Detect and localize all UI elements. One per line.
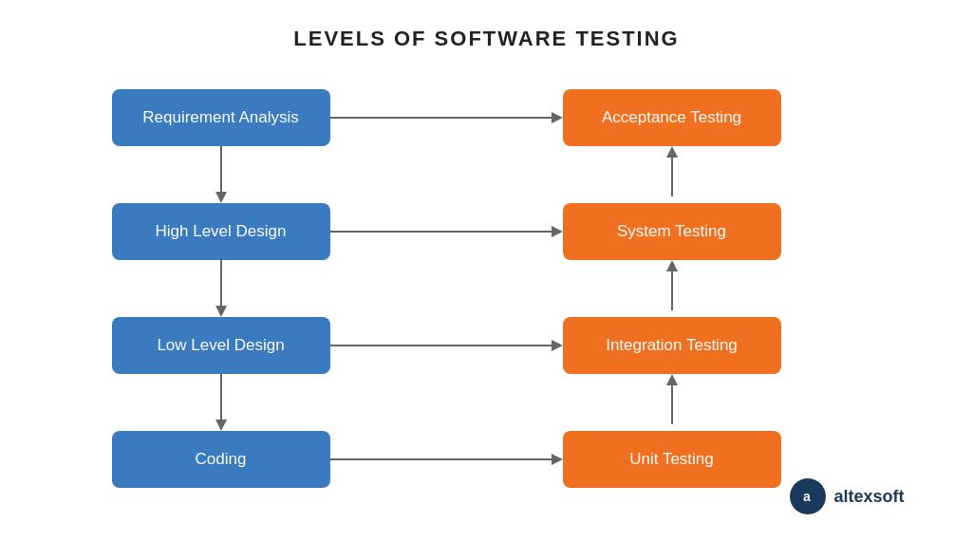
- svg-marker-3: [215, 306, 227, 317]
- svg-marker-15: [666, 374, 678, 385]
- svg-text:a: a: [803, 489, 811, 504]
- svg-marker-11: [552, 340, 563, 351]
- svg-marker-19: [666, 146, 678, 158]
- svg-marker-5: [215, 420, 227, 431]
- unit-box: Unit Testing: [563, 431, 781, 488]
- svg-marker-17: [666, 260, 678, 271]
- coding-box: Coding: [112, 431, 330, 488]
- svg-marker-7: [552, 112, 563, 123]
- diagram-area: Requirement Analysis High Level Design L…: [60, 61, 914, 526]
- logo-icon: a: [790, 478, 826, 514]
- high-level-box: High Level Design: [112, 203, 330, 260]
- svg-marker-9: [552, 226, 563, 237]
- system-box: System Testing: [563, 203, 781, 260]
- req-analysis-box: Requirement Analysis: [112, 89, 330, 146]
- logo-text: altexsoft: [833, 487, 904, 507]
- low-level-box: Low Level Design: [112, 317, 330, 374]
- svg-marker-13: [552, 454, 563, 465]
- logo-area: a altexsoft: [790, 478, 904, 514]
- integration-box: Integration Testing: [563, 317, 781, 374]
- page-title: LEVELS OF SOFTWARE TESTING: [293, 27, 679, 51]
- svg-marker-1: [215, 192, 227, 203]
- acceptance-box: Acceptance Testing: [563, 89, 781, 146]
